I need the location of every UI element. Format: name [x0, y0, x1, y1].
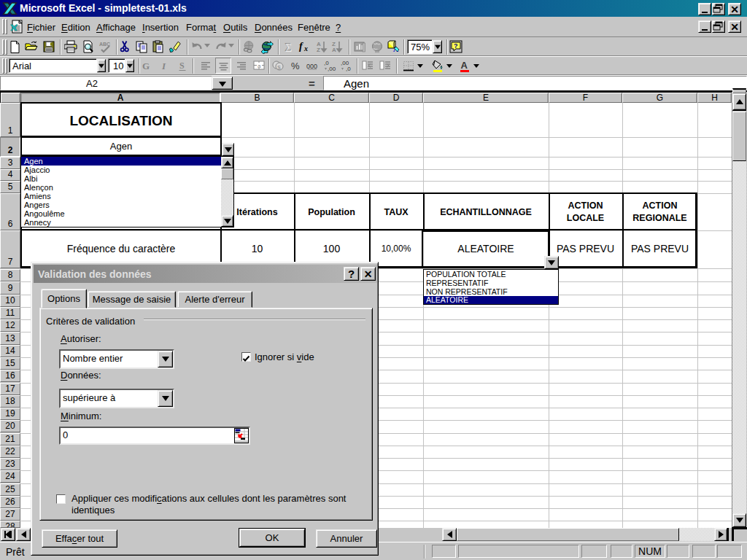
svg-text:?: ? [454, 42, 458, 50]
svg-text:x: x [303, 44, 308, 52]
svg-text:,00: ,00 [328, 66, 336, 72]
svg-text:%: % [291, 61, 300, 71]
svg-text:A: A [461, 60, 468, 71]
svg-text:f: f [299, 41, 303, 52]
svg-text:A: A [332, 47, 336, 53]
svg-text:,0: ,0 [346, 66, 351, 72]
svg-text:a: a [258, 63, 261, 69]
svg-text:Z: Z [317, 47, 320, 53]
svg-text:G: G [142, 61, 150, 71]
svg-text:I: I [161, 61, 166, 71]
svg-text:s: s [277, 63, 281, 71]
svg-text:S: S [179, 61, 185, 71]
svg-text:Σ: Σ [285, 42, 292, 54]
